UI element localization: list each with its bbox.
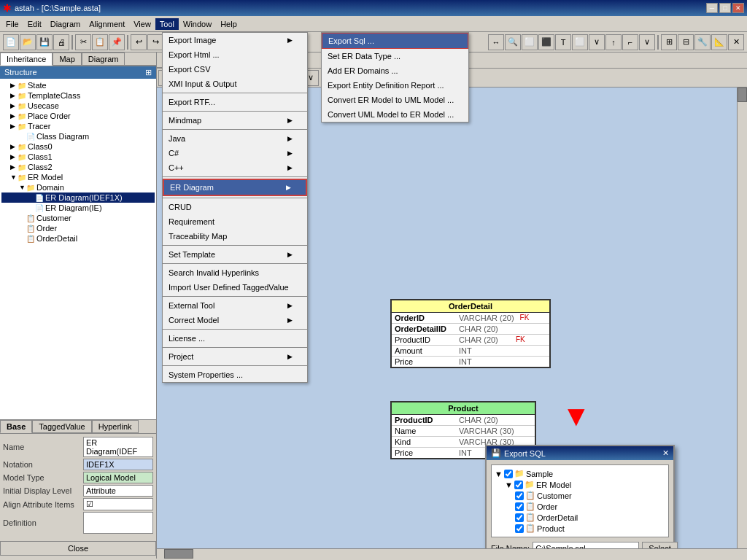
tree-customer[interactable]: 📋 Customer — [1, 213, 155, 223]
prop-def-value[interactable] — [83, 512, 153, 534]
menu-csharp[interactable]: C# ▶ — [163, 146, 307, 160]
tree-classdiagram[interactable]: 📄 Class Diagram — [1, 131, 155, 141]
menu-java[interactable]: Java ▶ — [163, 131, 307, 146]
tab-map[interactable]: Map — [53, 52, 81, 66]
menu-cpp[interactable]: C++ ▶ — [163, 160, 307, 175]
props-tab-hyperlink[interactable]: Hyperlink — [92, 420, 139, 433]
menu-tool[interactable]: Tool — [155, 18, 179, 30]
tree-class1[interactable]: ▶ 📁 Class1 — [1, 152, 155, 162]
tb-d7[interactable]: ∨ — [589, 34, 605, 50]
menu-import-taggedvalue[interactable]: Import User Defined TaggedValue — [163, 280, 307, 295]
exp-sample-check[interactable] — [504, 470, 513, 478]
prop-idl-value[interactable]: Attribute — [83, 485, 153, 497]
menu-correct-model[interactable]: Correct Model ▶ — [163, 313, 307, 327]
menu-system-properties[interactable]: System Properties ... — [163, 368, 307, 382]
tb-d11[interactable]: ⊞ — [661, 34, 677, 50]
menu-export-image[interactable]: Export Image ▶ — [163, 33, 307, 47]
menu-set-template[interactable]: Set Template ▶ — [163, 247, 307, 262]
tree-orderdetail[interactable]: 📋 OrderDetail — [1, 233, 155, 244]
tb-d1[interactable]: ↔ — [488, 34, 504, 50]
export-select-button[interactable]: Select — [642, 542, 678, 548]
menu-file[interactable]: File — [1, 18, 23, 30]
exp-customer-check[interactable] — [515, 491, 524, 500]
tb-open[interactable]: 📂 — [20, 34, 36, 50]
tree-order[interactable]: 📋 Order — [1, 223, 155, 233]
tb-d10[interactable]: ∨ — [639, 34, 655, 50]
menu-view[interactable]: View — [129, 18, 155, 30]
props-tab-taggedvalue[interactable]: TaggedValue — [32, 420, 91, 433]
tree-templateclass[interactable]: ▶ 📁 TemplateClass — [1, 90, 155, 101]
submenu-add-er-domains[interactable]: Add ER Domains ... — [322, 63, 468, 78]
tree-tracer[interactable]: ▶ 📁 Tracer — [1, 121, 155, 131]
menu-help[interactable]: Help — [216, 18, 241, 30]
tree-ermodel[interactable]: ▼ 📁 ER Model — [1, 172, 155, 182]
menu-traceability-map[interactable]: Traceability Map — [163, 229, 307, 244]
tb-d2[interactable]: 🔍 — [505, 34, 521, 50]
tb-copy[interactable]: 📋 — [92, 34, 108, 50]
tb-cut[interactable]: ✂ — [75, 34, 91, 50]
menu-export-rtf[interactable]: Export RTF... — [163, 95, 307, 109]
tb-d14[interactable]: 📐 — [711, 34, 727, 50]
tb-d15[interactable]: ✕ — [728, 34, 744, 50]
tree-placeorder[interactable]: ▶ 📁 Place Order — [1, 111, 155, 121]
tree-domain[interactable]: ▼ 📁 Domain — [1, 182, 155, 192]
tb-print[interactable]: 🖨 — [53, 34, 69, 50]
submenu-set-er-data-type[interactable]: Set ER Data Type ... — [322, 49, 468, 63]
tb-d3[interactable]: ⬜ — [522, 34, 538, 50]
menu-external-tool[interactable]: External Tool ▶ — [163, 298, 307, 313]
tb-new[interactable]: 📄 — [3, 34, 19, 50]
export-sql-dialog[interactable]: 💾 Export SQL ✕ ▼ 📁 Sample — [485, 445, 675, 548]
prop-align-value[interactable]: ☑ — [83, 498, 153, 510]
tree-class0[interactable]: ▶ 📁 Class0 — [1, 141, 155, 152]
prop-notation-value[interactable]: IDEF1X — [83, 459, 153, 470]
close-button-bottom[interactable]: Close — [0, 541, 156, 556]
menu-mindmap[interactable]: Mindmap ▶ — [163, 113, 307, 128]
exp-ermodel-check[interactable] — [514, 481, 523, 489]
horizontal-scrollbar[interactable] — [157, 548, 747, 559]
title-bar-right[interactable]: ─ □ ✕ — [706, 3, 744, 13]
menu-edit[interactable]: Edit — [23, 18, 46, 30]
tb-d5[interactable]: T — [555, 34, 571, 50]
menu-export-html[interactable]: Export Html ... — [163, 47, 307, 62]
vertical-scrollbar[interactable] — [737, 88, 747, 548]
submenu-export-sql[interactable]: Export Sql ... — [322, 33, 468, 49]
tree-class2[interactable]: ▶ 📁 Class2 — [1, 162, 155, 172]
tab-inheritance[interactable]: Inheritance — [0, 52, 53, 66]
tree-state[interactable]: ▶ 📁 State — [1, 80, 155, 90]
tb-save[interactable]: 💾 — [36, 34, 53, 50]
tb-d6[interactable]: ⬜ — [572, 34, 588, 50]
export-filename-input[interactable] — [533, 542, 639, 548]
tree-erdiagram-idef[interactable]: 📄 ER Diagram(IDEF1X) — [1, 192, 155, 203]
tree-erdiagram-ie[interactable]: 📄 ER Diagram(IE) — [1, 203, 155, 213]
menu-license[interactable]: License ... — [163, 331, 307, 346]
submenu-convert-er-to-uml[interactable]: Convert ER Model to UML Model ... — [322, 93, 468, 107]
menu-search-hyperlinks[interactable]: Search Invalid Hyperlinks — [163, 265, 307, 280]
maximize-button[interactable]: □ — [719, 3, 731, 13]
menu-er-diagram[interactable]: ER Diagram ▶ — [163, 179, 307, 196]
submenu-convert-uml-to-er[interactable]: Convert UML Model to ER Model ... — [322, 107, 468, 122]
exp-order-check[interactable] — [515, 502, 524, 511]
tb-d12[interactable]: ⊟ — [678, 34, 694, 50]
tb-d13[interactable]: 🔧 — [694, 34, 711, 50]
menu-project[interactable]: Project ▶ — [163, 349, 307, 364]
submenu-export-entity-definition[interactable]: Export Entity Definition Report ... — [322, 78, 468, 93]
menu-requirement[interactable]: Requirement — [163, 214, 307, 229]
menu-export-csv[interactable]: Export CSV — [163, 62, 307, 77]
tree-area[interactable]: ▶ 📁 State ▶ 📁 TemplateClass ▶ 📁 Usecase … — [0, 79, 156, 419]
menu-window[interactable]: Window — [179, 18, 216, 30]
prop-modeltype-value[interactable]: Logical Model — [83, 472, 153, 483]
tb-d8[interactable]: ↑ — [605, 34, 622, 50]
tb-d4[interactable]: ⬛ — [538, 34, 554, 50]
tab-diagram[interactable]: Diagram — [82, 52, 125, 66]
menu-alignment[interactable]: Alignment — [85, 18, 129, 30]
menu-diagram[interactable]: Diagram — [46, 18, 85, 30]
tb-redo[interactable]: ↪ — [147, 34, 163, 50]
prop-name-value[interactable]: ER Diagram(IDEF — [83, 437, 153, 457]
tb-paste[interactable]: 📌 — [109, 34, 125, 50]
close-button[interactable]: ✕ — [732, 3, 744, 13]
exp-orderdetail-check[interactable] — [515, 513, 524, 522]
tb-undo[interactable]: ↩ — [131, 34, 147, 50]
exp-product-check[interactable] — [515, 524, 524, 533]
menu-xmi[interactable]: XMI Input & Output — [163, 77, 307, 91]
minimize-button[interactable]: ─ — [706, 3, 718, 13]
